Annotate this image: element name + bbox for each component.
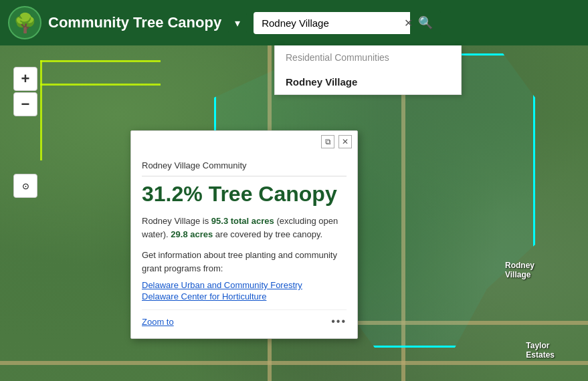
popup-title-bar: ⧉ ✕: [131, 131, 357, 152]
delaware-horticulture-link[interactable]: Delaware Center for Horticulture: [142, 291, 347, 301]
search-input[interactable]: [254, 12, 410, 34]
covered-acres: 29.8 acres: [171, 229, 213, 239]
search-container: ✕ 🔍: [254, 10, 441, 35]
popup-content: Rodney Village Community 31.2% Tree Cano…: [131, 152, 357, 338]
app-title: Community Tree Canopy: [48, 14, 221, 31]
popup-community-name: Rodney Village Community: [142, 160, 347, 176]
clear-search-button[interactable]: ✕: [404, 17, 413, 29]
delaware-urban-forestry-link[interactable]: Delaware Urban and Community Forestry: [142, 280, 347, 290]
search-icon: 🔍: [418, 16, 433, 29]
zoom-to-button[interactable]: Zoom to: [142, 317, 174, 327]
popup-links: Delaware Urban and Community Forestry De…: [142, 280, 347, 301]
total-acres: 95.3 total acres: [211, 216, 274, 226]
zoom-out-button[interactable]: −: [13, 92, 37, 116]
more-options-button[interactable]: •••: [331, 315, 347, 328]
info-popup: ⧉ ✕ Rodney Village Community 31.2% Tree …: [130, 130, 358, 339]
popup-close-button[interactable]: ✕: [338, 135, 352, 148]
zoom-controls: + −: [13, 67, 37, 116]
dropdown-item-rodney-village[interactable]: Rodney Village: [275, 70, 461, 94]
tree-icon: 🌳: [13, 12, 37, 34]
search-dropdown: Residential Communities Rodney Village: [274, 45, 462, 95]
zoom-in-button[interactable]: +: [13, 67, 37, 91]
desc-part3: are covered by tree canopy.: [213, 229, 322, 239]
dropdown-button[interactable]: ▾: [228, 13, 247, 33]
popup-description: Rodney Village is 95.3 total acres (excl…: [142, 215, 347, 241]
desc-part1: Rodney Village is: [142, 216, 211, 226]
popup-grant-text: Get information about tree planting and …: [142, 249, 347, 275]
app-header: 🌳 Community Tree Canopy ▾ ✕ 🔍: [0, 0, 588, 45]
location-icon: ⊙: [22, 181, 29, 191]
dropdown-category: Residential Communities: [275, 45, 461, 70]
dropdown-arrow-icon: ▾: [235, 17, 240, 29]
popup-canopy-value: 31.2% Tree Canopy: [142, 182, 347, 207]
app-logo: 🌳: [8, 6, 41, 39]
search-button[interactable]: 🔍: [410, 10, 441, 35]
popup-window-button[interactable]: ⧉: [321, 135, 334, 148]
location-button[interactable]: ⊙: [13, 174, 37, 198]
popup-footer: Zoom to •••: [142, 309, 347, 328]
